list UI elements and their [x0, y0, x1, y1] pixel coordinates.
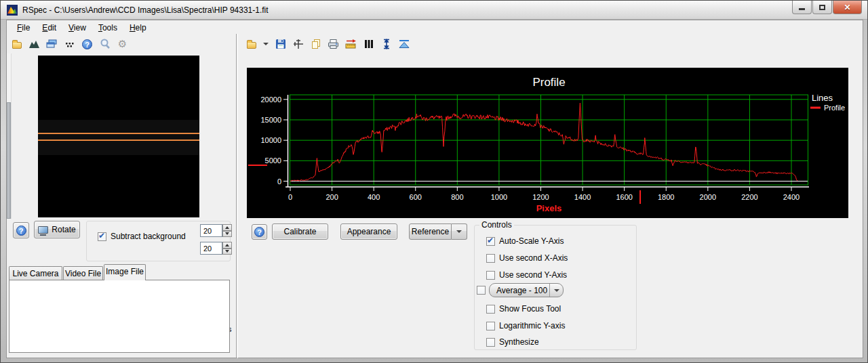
rotate-button[interactable]: Rotate — [34, 221, 80, 238]
spin-down-button[interactable] — [222, 231, 232, 238]
toolbar-profile — [245, 35, 410, 54]
zoom-icon[interactable] — [98, 38, 111, 51]
reference-dropdown-button[interactable] — [452, 223, 467, 240]
minimize-button[interactable] — [792, 1, 812, 14]
rotate-label: Rotate — [52, 225, 75, 234]
reference-split-button: Reference — [409, 223, 467, 240]
copy-icon[interactable] — [309, 38, 322, 51]
subtract-background-label: Subtract background — [111, 232, 186, 241]
peak-collapse-icon[interactable] — [397, 38, 410, 51]
selection-line-top[interactable] — [38, 133, 199, 134]
svg-text:800: 800 — [451, 193, 463, 201]
image-preview[interactable] — [38, 56, 199, 217]
left-scrollbar[interactable] — [7, 54, 12, 219]
spectrum-strip — [38, 120, 199, 155]
histogram-icon[interactable] — [28, 38, 41, 51]
rspec-window: RSpec - C:\Users\Andrew\CCD Images\Lisa\… — [0, 0, 868, 363]
spin-down-button[interactable] — [222, 249, 232, 255]
menubar: File Edit View Tools Help — [7, 20, 863, 35]
average-value: Average - 100 — [490, 286, 549, 295]
svg-text:5000: 5000 — [265, 156, 281, 165]
synthesize-row: Synthesize — [486, 337, 539, 347]
second-y-axis-checkbox[interactable] — [486, 271, 495, 280]
second-x-axis-row: Use second X-Axis — [486, 253, 568, 263]
measure-ruler-icon[interactable] — [344, 38, 357, 51]
crosshair-icon[interactable] — [292, 38, 304, 51]
svg-text:Profile: Profile — [532, 76, 565, 89]
svg-text:2400: 2400 — [783, 193, 800, 201]
open-file-icon[interactable] — [10, 38, 23, 51]
profile-chart[interactable]: 0500010000150002000002004006008001000120… — [247, 68, 848, 218]
settings-gear-icon[interactable]: ⚙ — [116, 38, 129, 51]
save-icon[interactable] — [274, 38, 287, 51]
chevron-down-icon[interactable] — [549, 284, 563, 297]
help-icon[interactable]: ? — [81, 38, 94, 51]
background-rows-bottom-spinner — [222, 242, 232, 255]
controls-title: Controls — [479, 220, 514, 230]
column-bins-icon[interactable] — [362, 38, 375, 51]
show-focus-checkbox[interactable] — [486, 305, 495, 314]
svg-text:Pixels: Pixels — [536, 203, 562, 213]
image-file-tab-panel — [9, 280, 230, 353]
logarithmic-checkbox[interactable] — [486, 322, 495, 330]
svg-text:2000: 2000 — [700, 193, 716, 201]
svg-text:1000: 1000 — [491, 193, 507, 201]
average-row — [477, 286, 486, 295]
menu-view[interactable]: View — [62, 21, 92, 35]
help-icon: ? — [16, 226, 26, 236]
left-scrollbar-thumb[interactable] — [7, 102, 11, 219]
selection-line-bottom[interactable] — [38, 140, 199, 141]
pixel-grid-icon[interactable] — [63, 38, 76, 51]
svg-text:1800: 1800 — [658, 193, 674, 201]
reference-button[interactable]: Reference — [409, 223, 452, 240]
svg-text:2200: 2200 — [741, 193, 757, 201]
maximize-button[interactable] — [812, 1, 832, 14]
synthesize-label: Synthesize — [499, 337, 539, 347]
panel-splitter[interactable] — [236, 34, 238, 358]
svg-text:Profile: Profile — [824, 104, 845, 112]
background-rows-bottom-input[interactable]: 20 — [200, 242, 222, 255]
help-button-profile[interactable]: ? — [252, 224, 267, 240]
open-profile-icon[interactable] — [245, 38, 258, 51]
background-rows-top-input[interactable]: 20 — [200, 224, 222, 237]
spin-up-button[interactable] — [222, 224, 232, 231]
help-button-image[interactable]: ? — [13, 222, 29, 238]
auto-scale-row: Auto-Scale Y-Axis — [486, 236, 564, 246]
spin-up-button[interactable] — [222, 242, 232, 249]
background-rows-top-spinner — [222, 224, 232, 237]
svg-text:0: 0 — [288, 193, 292, 201]
vertical-extent-icon[interactable] — [380, 38, 393, 51]
svg-text:Lines: Lines — [812, 93, 833, 103]
svg-text:15000: 15000 — [260, 116, 281, 124]
print-icon[interactable] — [327, 38, 340, 51]
close-button[interactable]: ✕ — [833, 1, 862, 14]
auto-scale-label: Auto-Scale Y-Axis — [499, 236, 564, 246]
show-focus-row: Show Focus Tool — [486, 304, 561, 314]
show-focus-label: Show Focus Tool — [499, 304, 561, 314]
appearance-button[interactable]: Appearance — [340, 223, 397, 240]
svg-text:200: 200 — [326, 193, 338, 201]
menu-help[interactable]: Help — [123, 21, 153, 35]
average-checkbox[interactable] — [477, 286, 486, 295]
tab-image-file[interactable]: Image File — [104, 264, 146, 280]
menu-tools[interactable]: Tools — [92, 21, 123, 35]
cascade-windows-icon[interactable] — [45, 38, 58, 51]
menu-file[interactable]: File — [11, 21, 36, 35]
app-icon — [7, 5, 18, 16]
tab-live-camera[interactable]: Live Camera — [9, 266, 62, 280]
open-dropdown-icon[interactable] — [262, 38, 269, 51]
second-y-axis-row: Use second Y-Axis — [486, 270, 567, 280]
maximize-icon — [819, 5, 825, 10]
auto-scale-checkbox[interactable] — [486, 237, 495, 246]
calibrate-button[interactable]: Calibrate — [272, 223, 328, 240]
synthesize-checkbox[interactable] — [486, 338, 495, 347]
average-dropdown[interactable]: Average - 100 — [489, 283, 564, 297]
chevron-down-icon — [456, 230, 462, 233]
tab-video-file[interactable]: Video File — [63, 266, 103, 280]
second-x-axis-checkbox[interactable] — [486, 254, 495, 263]
subtract-background-checkbox[interactable] — [98, 232, 106, 241]
svg-text:400: 400 — [368, 193, 380, 201]
menu-edit[interactable]: Edit — [36, 21, 62, 35]
titlebar[interactable]: RSpec - C:\Users\Andrew\CCD Images\Lisa\… — [1, 1, 868, 20]
second-x-axis-label: Use second X-Axis — [499, 253, 568, 263]
